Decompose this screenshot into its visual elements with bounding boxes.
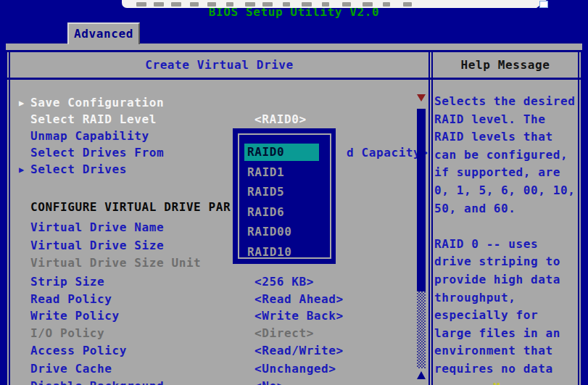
toolbar-icon-fragment[interactable] (363, 2, 373, 7)
tab-advanced[interactable]: Advanced (67, 22, 140, 44)
menu-row-label: Unmap Capability (30, 128, 149, 144)
toolbar-icon-fragment[interactable] (302, 2, 312, 7)
menu-row-label: Drive Cache (30, 361, 112, 377)
more-indicator: More: (U/d) (493, 379, 574, 385)
toolbar-icon-fragment[interactable] (154, 2, 164, 7)
menu-row-label: Strip Size (30, 274, 104, 290)
menu-row-label: CONFIGURE VIRTUAL DRIVE PAR (30, 199, 231, 215)
help-text-line: large files in an (434, 325, 579, 342)
help-text-line: 50, and 60. (434, 200, 579, 218)
page-title: Create Virtual Drive (10, 52, 428, 78)
menu-row-value: <Read Ahead> (254, 291, 344, 307)
help-text-line: environment that (434, 342, 579, 360)
menu-row-label: Write Policy (30, 308, 120, 324)
menu-row-value: <RAID0> (254, 112, 307, 128)
help-text-line: Selects the desired (434, 93, 579, 110)
bios-screen: BIOS Setup Utility V2.0 Advanced Create … (0, 0, 588, 385)
pane-divider (428, 50, 433, 385)
dropdown-item[interactable]: RAID10 (244, 244, 319, 261)
toolbar-icon-fragment[interactable] (171, 2, 181, 7)
toolbar-icon-fragment[interactable] (383, 2, 390, 7)
dropdown-item[interactable]: RAID1 (244, 164, 319, 181)
submenu-arrow-icon: ▶ (19, 95, 25, 111)
toolbar-icon-fragment[interactable] (322, 2, 329, 7)
toolbar-icon-fragment[interactable] (403, 2, 412, 7)
toolbar-icon-fragment[interactable] (539, 1, 548, 8)
help-text-line: requires no data (434, 360, 579, 378)
toolbar-icon-fragment[interactable] (136, 2, 146, 7)
panel-left-border (6, 50, 10, 385)
help-text-line: can be configured, (434, 146, 579, 164)
help-text-line: especially for (434, 307, 579, 324)
dropdown-item[interactable]: RAID0 (244, 144, 319, 161)
submenu-arrow-icon: ▶ (19, 162, 25, 178)
menu-row-label: Virtual Drive Name (30, 220, 164, 236)
toolbar-icon-fragment[interactable] (283, 2, 290, 7)
menu-row-value: <Read/Write> (254, 343, 344, 359)
header-bottom-rule (6, 78, 582, 80)
help-text-line: RAID level. The (434, 111, 579, 128)
help-text-line: throughput, (434, 289, 579, 307)
toolbar-icon-fragment[interactable] (342, 2, 351, 7)
help-text-line: 0, 1, 5, 6, 00, 10, (434, 182, 579, 199)
menu-row-label: Read Policy (30, 291, 112, 307)
menu-row-label: I/O Policy (30, 326, 104, 341)
dropdown-item[interactable]: RAID00 (244, 223, 319, 241)
menu-row-label: Save Configuration (30, 95, 164, 111)
scrollbar-track[interactable] (417, 291, 426, 368)
menu-row-label: Access Policy (30, 343, 127, 359)
toolbar-icon-fragment[interactable] (226, 2, 233, 7)
menu-row-value: <Write Back> (254, 308, 344, 324)
scrollbar[interactable] (416, 93, 426, 385)
toolbar-icon-fragment[interactable] (245, 2, 255, 7)
dropdown-item[interactable]: RAID5 (244, 183, 319, 201)
help-text-line: RAID levels that (434, 128, 579, 146)
menu-row-label: Virtual Drive Size Unit (30, 255, 201, 271)
menu-row-value: <Direct> (254, 326, 314, 341)
menu-row-value: <256 KB> (254, 274, 314, 290)
help-text-line: RAID 0 -- uses (434, 236, 579, 253)
menu-row-label: Select RAID Level (30, 112, 157, 128)
menu-row-label: Virtual Drive Size (30, 238, 164, 254)
setup-panel: Create Virtual Drive Help Message ▶Save … (6, 41, 582, 385)
toolbar-icon-fragment[interactable] (190, 2, 199, 7)
menu-row-value: <Unchanged> (254, 361, 336, 377)
help-text-line (434, 218, 579, 235)
scroll-up-arrow-icon[interactable] (417, 371, 426, 379)
raid-level-dropdown[interactable]: RAID0RAID1RAID5RAID6RAID00RAID10 (233, 128, 336, 264)
scrollbar-thumb[interactable] (417, 109, 426, 291)
menu-row-label: Select Drives From (30, 145, 164, 161)
menu-row-value: <No> (254, 378, 284, 385)
toolbar-icon-fragment[interactable] (262, 2, 273, 7)
toolbar-icon-fragment[interactable] (207, 2, 216, 7)
menu-row-label: Disable Background (30, 378, 164, 385)
menu-row-label: Select Drives (30, 162, 127, 178)
scroll-down-arrow-icon[interactable] (417, 94, 426, 102)
help-text-line: drive striping to (434, 253, 579, 270)
help-text-line: if supported, are (434, 164, 579, 181)
remote-console-toolbar (122, 0, 537, 8)
help-text-line: provide high data (434, 271, 579, 289)
dropdown-item[interactable]: RAID6 (244, 204, 319, 221)
help-header: Help Message (433, 52, 578, 78)
